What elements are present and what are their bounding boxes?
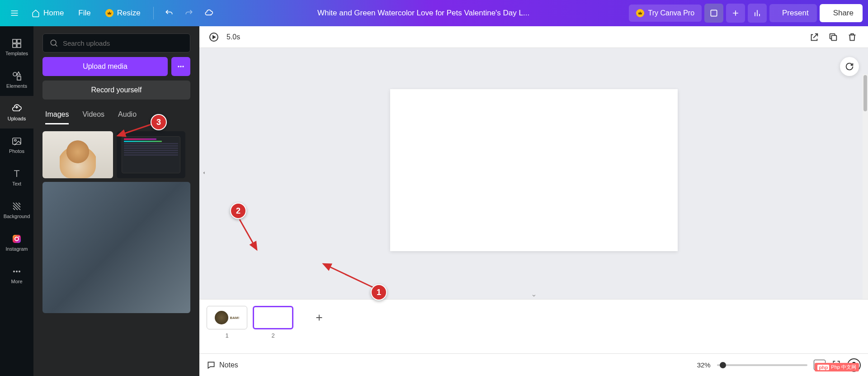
home-label: Home: [43, 9, 64, 18]
nav-background[interactable]: Background: [0, 194, 33, 226]
canvas-toolbar: 5.0s: [199, 26, 868, 48]
tab-audio[interactable]: Audio: [118, 106, 137, 124]
resize-button[interactable]: Resize: [99, 5, 147, 21]
duplicate-page-button[interactable]: [825, 29, 842, 46]
page-canvas[interactable]: [390, 89, 678, 251]
search-input[interactable]: [63, 39, 184, 47]
nav-label: Photos: [9, 148, 24, 154]
notes-button[interactable]: Notes: [207, 361, 238, 370]
svg-rect-0: [711, 10, 717, 16]
try-pro-button[interactable]: Try Canva Pro: [629, 5, 702, 22]
svg-point-12: [13, 271, 15, 272]
resize-label: Resize: [117, 9, 141, 18]
main-menu-button[interactable]: [5, 4, 24, 22]
record-yourself-button[interactable]: Record yourself: [42, 81, 190, 100]
dog-image: [60, 138, 96, 178]
share-button[interactable]: Share: [820, 4, 863, 22]
elements-icon: [11, 71, 22, 81]
plus-icon: [314, 313, 324, 323]
upload-thumb-screenshot[interactable]: [117, 131, 185, 178]
nav-templates[interactable]: Templates: [0, 31, 33, 63]
nav-label: Templates: [5, 51, 28, 56]
tab-images[interactable]: Images: [45, 106, 69, 124]
insights-button[interactable]: [748, 4, 767, 23]
vertical-scrollbar[interactable]: [863, 74, 868, 299]
upload-options-button[interactable]: [171, 57, 190, 76]
upload-grid: [42, 131, 190, 313]
nav-elements[interactable]: Elements: [0, 63, 33, 96]
nav-label: More: [11, 279, 22, 284]
slide-preview-1[interactable]: BAM!: [207, 306, 247, 329]
zoom-slider[interactable]: [717, 364, 807, 366]
slide-number: 2: [271, 332, 274, 339]
screenshot-preview: [122, 136, 180, 173]
chart-icon: [753, 9, 762, 18]
add-slide-button[interactable]: [299, 306, 340, 329]
nav-more[interactable]: More: [0, 259, 33, 291]
redo-icon: [184, 9, 193, 18]
dots-icon: [176, 62, 185, 71]
present-button[interactable]: Present: [769, 4, 817, 22]
zoom-percent[interactable]: 32%: [697, 361, 711, 369]
uploads-panel: Upload media Record yourself Images Vide…: [33, 26, 199, 376]
nav-label: Elements: [6, 83, 27, 89]
share-out-icon: [809, 32, 819, 42]
slide-preview-2[interactable]: [253, 306, 293, 329]
divider: [153, 7, 154, 19]
nav-photos[interactable]: Photos: [0, 129, 33, 161]
text-icon: [11, 168, 22, 179]
redo-button[interactable]: [180, 4, 198, 22]
file-menu[interactable]: File: [72, 5, 97, 21]
svg-rect-1: [13, 39, 16, 43]
tab-videos[interactable]: Videos: [82, 106, 104, 124]
photos-icon: [11, 136, 22, 147]
animate-button[interactable]: [207, 30, 221, 44]
reset-view-button[interactable]: [840, 57, 859, 76]
svg-rect-4: [17, 44, 21, 48]
scrollbar-thumb[interactable]: [863, 75, 867, 111]
crown-icon: [636, 9, 644, 17]
timeline: BAM! 1 2: [199, 299, 868, 353]
scroll-left-icon[interactable]: [201, 170, 207, 176]
copy-icon: [828, 32, 838, 42]
document-title[interactable]: White and Green Watercolor Love for Pets…: [218, 9, 629, 18]
upload-thumb-gradient[interactable]: [42, 182, 190, 313]
cloud-icon: [204, 9, 213, 18]
instagram-icon: [11, 233, 22, 244]
nav-uploads[interactable]: Uploads: [0, 96, 33, 129]
nav-instagram[interactable]: Instagram: [0, 226, 33, 259]
duration-button[interactable]: 5.0s: [226, 33, 240, 41]
home-icon: [32, 9, 40, 17]
upload-tabs: Images Videos Audio: [42, 106, 190, 125]
nav-text[interactable]: Text: [0, 161, 33, 194]
home-button[interactable]: Home: [25, 5, 70, 21]
zoom-slider-knob[interactable]: [720, 362, 726, 368]
slide-1-image: [215, 311, 228, 324]
slide-thumb-1[interactable]: BAM! 1: [207, 306, 247, 339]
crown-icon: [105, 9, 113, 17]
link-button[interactable]: [806, 29, 823, 46]
svg-point-8: [14, 139, 16, 141]
collapse-timeline-button[interactable]: [199, 292, 868, 299]
show-pages-button[interactable]: [704, 4, 723, 23]
svg-rect-20: [831, 35, 836, 40]
annotation-1: 1: [371, 284, 387, 300]
search-uploads[interactable]: [42, 33, 190, 52]
svg-point-14: [19, 271, 20, 272]
undo-button[interactable]: [160, 4, 178, 22]
svg-rect-6: [17, 76, 21, 80]
slide-number: 1: [225, 332, 228, 339]
canvas-viewport[interactable]: [199, 48, 868, 292]
chevron-down-icon: [531, 292, 537, 299]
upload-media-button[interactable]: Upload media: [42, 57, 168, 76]
slide-thumb-2[interactable]: 2: [253, 306, 293, 339]
cloud-sync-button[interactable]: [200, 4, 218, 22]
upload-thumb-dog[interactable]: [42, 131, 113, 178]
share-label: Share: [833, 9, 854, 18]
delete-page-button[interactable]: [844, 29, 861, 46]
svg-rect-2: [17, 39, 21, 43]
add-button[interactable]: [726, 4, 745, 23]
top-bar-right: Try Canva Pro Present Share: [629, 4, 863, 23]
notes-icon: [207, 361, 216, 370]
notes-label: Notes: [219, 361, 238, 369]
